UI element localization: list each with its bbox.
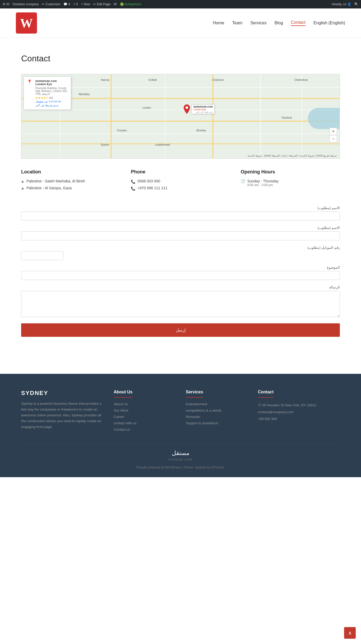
admin-bar: ⚙ W Ooredoo company ✏ Customize 💬 9 + 0 … — [0, 0, 361, 8]
phone-item-1: 📞 0568 003 000 — [131, 179, 230, 184]
label-phone: رقم الموبايل (مطلوب) — [21, 246, 340, 250]
pending-count[interactable]: + 0 — [73, 2, 78, 6]
site-logo[interactable]: W — [16, 12, 37, 34]
woo-icon[interactable]: W — [114, 2, 117, 6]
input-name1[interactable] — [21, 211, 340, 220]
map-popup: 📍 lastminute.com London Eye Riverside Bu… — [24, 76, 71, 110]
search-icon[interactable]: 🔍 — [354, 2, 358, 6]
clock-icon: 🕐 — [241, 179, 245, 183]
footer-contact: Contact 77 W Houston St New York, NY 100… — [258, 390, 340, 434]
howdy-user[interactable]: Howdy, co 👤 — [332, 2, 351, 6]
footer-services-link-3[interactable]: Romantic — [186, 415, 200, 419]
footer-services-link-2[interactable]: competitions & a wards — [186, 408, 221, 412]
site-header: W Home Team Services Blog Contact Englis… — [0, 8, 361, 38]
location-item-1: ➤ Palestine - Sateh Marhaba, Al Bireh — [21, 179, 120, 184]
hours-item: 🕐 Sunday - Thursday 8:00 am - 3:00 pm — [241, 179, 340, 187]
nav-home[interactable]: Home — [213, 21, 224, 25]
input-subject[interactable] — [21, 271, 340, 280]
footer-powered: Proudly powered by WordPress | Theme: Sy… — [21, 466, 340, 469]
footer-services-list: Entertainment competitions & a wards Rom… — [186, 402, 247, 425]
map-pin: lastminute.com London Eye دوت هوه عدل عل… — [184, 104, 190, 115]
submit-button[interactable]: إرسل — [21, 323, 340, 337]
map-zoom-out[interactable]: − — [330, 135, 337, 142]
popup-phone[interactable]: ٩٢٠-٣٦٦٦٦٣ :عبد قطيلتك — [35, 100, 68, 103]
location-section: Location ➤ Palestine - Sateh Marhaba, Al… — [21, 169, 120, 193]
input-message[interactable] — [21, 291, 340, 317]
hours-heading: Opening Hours — [241, 169, 340, 175]
footer-email[interactable]: contact@company.com — [258, 409, 340, 416]
logo-letter: W — [20, 16, 33, 30]
footer-services-heading: Services — [186, 390, 203, 398]
popup-rating: 4.5 — [49, 96, 53, 99]
form-group-name1: الاسم (مطلوب) — [21, 206, 340, 220]
map-footer: خريطة طريق©2020 • شروط الخدمة • الخريطة … — [248, 154, 337, 157]
phone-text-1: 0568 003 000 — [137, 179, 160, 183]
footer-contact-heading: Contact — [258, 390, 274, 398]
nav-language[interactable]: English (English) — [313, 21, 345, 25]
footer-grid: SYDNEY Sydney is a powerful business the… — [21, 390, 340, 434]
input-phone[interactable] — [21, 251, 63, 260]
hours-time: 8:00 am - 3:00 pm — [247, 183, 279, 187]
popup-address: Riverside Building, County Hall, Bishop'… — [35, 87, 68, 95]
footer-brand-name: SYDNEY — [21, 390, 103, 397]
label-subject: الموضوع — [21, 265, 340, 269]
footer-about-link-5[interactable]: Contact us — [114, 427, 130, 431]
location-icon-2: ➤ — [21, 186, 24, 191]
footer-services-link-4[interactable]: Support & assistance — [186, 421, 218, 425]
map-zoom-in[interactable]: + — [330, 128, 337, 135]
popup-title: lastminute.com London Eye — [35, 79, 68, 86]
footer-about-link-2[interactable]: Our Work — [114, 408, 128, 412]
location-text-1: Palestine - Sateh Marhaba, Al Bireh — [26, 179, 85, 183]
admin-bar-right: Howdy, co 👤 🔍 — [332, 2, 358, 6]
location-icon-1: ➤ — [21, 180, 24, 184]
nav-contact[interactable]: Contact — [291, 20, 306, 26]
form-group-subject: الموضوع — [21, 265, 340, 280]
form-group-message: الرسالة — [21, 285, 340, 318]
label-name2: الاسم (مطلوب) — [21, 226, 340, 230]
footer-about-link-1[interactable]: About Us — [114, 402, 128, 406]
hours-days: Sunday - Thursday — [247, 179, 279, 183]
svg-point-0 — [186, 106, 188, 109]
location-item-2: ➤ Palestine - Al Saraya, Gaza — [21, 186, 120, 191]
footer-about: About Us About Us Our Work Career contac… — [114, 390, 175, 434]
footer-bottom: مستقل mostaql.com Proudly powered by Wor… — [21, 444, 340, 469]
label-message: الرسالة — [21, 285, 340, 289]
nav-team[interactable]: Team — [232, 21, 242, 25]
footer-about-link-4[interactable]: contact with us — [114, 421, 136, 425]
comments-count[interactable]: 💬 9 — [63, 2, 70, 6]
form-group-name2: الاسم (مطلوب) — [21, 226, 340, 240]
phone-item-2: 📞 +970 566 111 111 — [131, 186, 230, 191]
popup-maplink[interactable]: عرض هريطة في أكبر — [35, 104, 68, 107]
autoptimize-link[interactable]: 🟢 Autoptimize — [120, 2, 141, 6]
nav-services[interactable]: Services — [250, 21, 266, 25]
mostaql-logo: مستقل — [172, 450, 189, 457]
customize-link[interactable]: ✏ Customize — [42, 2, 60, 6]
label-name1: الاسم (مطلوب) — [21, 206, 340, 210]
nav-blog[interactable]: Blog — [275, 21, 283, 25]
footer-brand: SYDNEY Sydney is a powerful business the… — [21, 390, 103, 434]
edit-page-link[interactable]: ✏ Edit Page — [93, 2, 110, 6]
footer-about-link-3[interactable]: Career — [114, 415, 124, 419]
hours-section: Opening Hours 🕐 Sunday - Thursday 8:00 a… — [241, 169, 340, 193]
contact-info: Location ➤ Palestine - Sateh Marhaba, Al… — [21, 169, 340, 193]
footer-brand-desc: Sydney is a powerful business theme that… — [21, 401, 103, 430]
phone-text-2: +970 566 111 111 — [137, 186, 167, 190]
phone-icon-1: 📞 — [131, 180, 135, 184]
map-container: Watford Harrow Enfield Cheshunt Chelmsfo… — [21, 74, 340, 159]
main-content: Contact Watford Harrow Enfield Cheshunt … — [0, 38, 361, 353]
site-name[interactable]: Ooredoo company — [13, 2, 39, 6]
input-name2[interactable] — [21, 231, 340, 240]
footer-services: Services Entertainment competitions & a … — [186, 390, 247, 434]
footer-logo-container: مستقل mostaql.com — [21, 450, 340, 461]
wp-icon[interactable]: ⚙ W — [3, 2, 10, 6]
location-heading: Location — [21, 169, 120, 175]
phone-section: Phone 📞 0568 003 000 📞 +970 566 111 111 — [131, 169, 230, 193]
new-link[interactable]: + New — [81, 2, 90, 6]
form-group-phone: رقم الموبايل (مطلوب) — [21, 246, 340, 260]
map-controls: + − — [330, 128, 337, 142]
location-text-2: Palestine - Al Saraya, Gaza — [26, 186, 72, 190]
footer-phone: +99 565 990 — [258, 416, 340, 422]
site-footer: SYDNEY Sydney is a powerful business the… — [0, 374, 361, 477]
footer-services-link-1[interactable]: Entertainment — [186, 402, 207, 406]
footer-about-list: About Us Our Work Career contact with us… — [114, 402, 175, 431]
